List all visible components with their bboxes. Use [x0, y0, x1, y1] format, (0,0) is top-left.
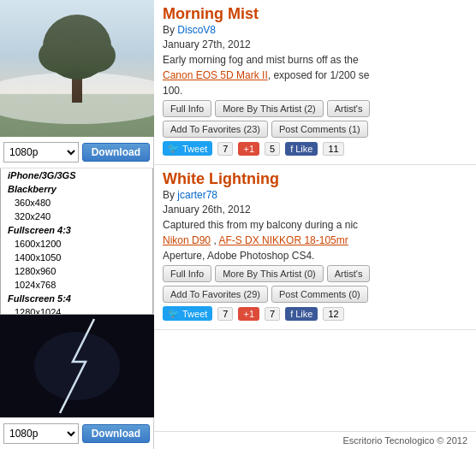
fb-btn-1[interactable]: f Like	[285, 142, 318, 156]
gplus-icon-2: +1	[243, 309, 254, 319]
group-fullscreen54: Fullscreen 5:4	[1, 292, 152, 305]
item-1024x768[interactable]: 1024x768	[1, 278, 152, 292]
favorites-btn-1[interactable]: Add To Favorites (23)	[163, 121, 268, 138]
item-1400x1050[interactable]: 1400x1050	[1, 251, 152, 264]
tweet-btn-1[interactable]: 🐦 Tweet	[163, 141, 212, 156]
left-panel: 1080p Download iPhone/3G/3GS Blackberry …	[0, 0, 154, 449]
social-row-2: 🐦 Tweet 7 +1 7 f Like 12	[163, 306, 467, 321]
article-morning-mist: Morning Mist By DiscoV8 January 27th, 20…	[154, 0, 476, 165]
gplus-count-2: 7	[265, 307, 280, 321]
fb-label-2: Like	[295, 309, 312, 319]
article-extra-1: 100.	[163, 85, 467, 97]
fb-btn-2[interactable]: f Like	[285, 307, 318, 321]
article-extra-2: Aperture, Adobe Photoshop CS4.	[163, 250, 467, 262]
gplus-count-1: 5	[265, 142, 280, 156]
article-date-2: January 26th, 2012	[163, 204, 467, 216]
artist-btn-1[interactable]: Artist's	[327, 100, 371, 117]
tweet-label-1: Tweet	[182, 144, 207, 154]
camera-link-2a[interactable]: Nikon D90	[163, 234, 211, 246]
footer-text: Escritorio Tecnologico © 2012	[343, 435, 467, 446]
dropdown-list[interactable]: iPhone/3G/3GS Blackberry 360x480 320x240…	[0, 168, 153, 315]
group-blackberry: Blackberry	[1, 182, 152, 196]
article-white-lightning: White Lightning By jcarter78 January 26t…	[154, 165, 476, 330]
btn-row-2: Full Info More By This Artist (0) Artist…	[163, 265, 467, 282]
item-360x480[interactable]: 360x480	[1, 196, 152, 210]
gplus-btn-2[interactable]: +1	[238, 307, 259, 321]
svg-rect-7	[0, 0, 154, 137]
article-title-1[interactable]: Morning Mist	[163, 5, 259, 22]
group-fullscreen43: Fullscreen 4:3	[1, 223, 152, 237]
author-link-2[interactable]: jcarter78	[177, 189, 217, 201]
right-panel: Morning Mist By DiscoV8 January 27th, 20…	[154, 0, 476, 449]
camera-link-2b[interactable]: AF-S DX NIKKOR 18-105mr	[218, 234, 348, 246]
artist-btn-2[interactable]: Artist's	[327, 265, 371, 282]
item-1600x1200[interactable]: 1600x1200	[1, 237, 152, 251]
item-1280x1024[interactable]: 1280x1024	[1, 305, 152, 315]
item-1280x960[interactable]: 1280x960	[1, 264, 152, 278]
comments-btn-1[interactable]: Post Comments (1)	[271, 121, 368, 138]
fb-count-2: 12	[323, 307, 343, 321]
btn-row-2b: Add To Favorites (29) Post Comments (0)	[163, 286, 467, 303]
article-desc-2: Captured this from my balcony during a n…	[163, 219, 467, 231]
article-author-2: By jcarter78	[163, 189, 467, 201]
fb-icon-2: f	[290, 309, 293, 319]
svg-point-9	[34, 332, 120, 400]
social-row-1: 🐦 Tweet 7 +1 5 f Like 11	[163, 141, 467, 156]
camera-link-1[interactable]: Canon EOS 5D Mark II	[163, 69, 268, 81]
tweet-count-2: 7	[217, 307, 233, 321]
full-info-btn-2[interactable]: Full Info	[163, 265, 211, 282]
tweet-count-1: 7	[217, 142, 233, 156]
fb-label-1: Like	[295, 144, 312, 154]
article-camera-1: Canon EOS 5D Mark II, exposed for 1/200 …	[163, 69, 467, 81]
download-button-top[interactable]: Download	[82, 143, 150, 162]
article-date-1: January 27th, 2012	[163, 38, 467, 50]
resolution-dropdown[interactable]: 1080p	[3, 142, 79, 162]
download-button-bottom[interactable]: Download	[82, 424, 150, 443]
tweet-icon-1: 🐦	[168, 143, 180, 154]
more-by-artist-btn-1[interactable]: More By This Artist (2)	[215, 100, 324, 117]
gplus-btn-1[interactable]: +1	[238, 142, 259, 156]
fb-icon-1: f	[290, 144, 293, 154]
fb-count-1: 11	[323, 142, 343, 156]
gplus-icon-1: +1	[243, 144, 254, 154]
favorites-btn-2[interactable]: Add To Favorites (29)	[163, 286, 268, 303]
btn-row-1: Full Info More By This Artist (2) Artist…	[163, 100, 467, 117]
article-camera-2: Nikon D90 , AF-S DX NIKKOR 18-105mr	[163, 234, 467, 246]
article-title-2[interactable]: White Lightning	[163, 170, 279, 187]
full-info-btn-1[interactable]: Full Info	[163, 100, 211, 117]
photo-thumb-top	[0, 0, 154, 137]
btn-row-1b: Add To Favorites (23) Post Comments (1)	[163, 121, 467, 138]
footer: Escritorio Tecnologico © 2012	[154, 431, 476, 449]
resolution-dropdown-2[interactable]: 1080p	[3, 423, 79, 444]
article-author-1: By DiscoV8	[163, 24, 467, 36]
article-desc-1: Early morning fog and mist burns off as …	[163, 54, 467, 66]
comments-btn-2[interactable]: Post Comments (0)	[271, 286, 368, 303]
more-by-artist-btn-2[interactable]: More By This Artist (0)	[215, 265, 324, 282]
dropdown-area-top: 1080p Download	[0, 137, 153, 168]
tweet-label-2: Tweet	[182, 309, 207, 319]
tweet-icon-2: 🐦	[168, 308, 180, 319]
author-link-1[interactable]: DiscoV8	[177, 24, 216, 36]
dropdown-area-bottom: 1080p Download	[0, 417, 153, 449]
item-320x240[interactable]: 320x240	[1, 210, 152, 223]
photo-thumb-bottom	[0, 315, 154, 417]
group-iphone: iPhone/3G/3GS	[1, 168, 152, 182]
tweet-btn-2[interactable]: 🐦 Tweet	[163, 306, 212, 321]
